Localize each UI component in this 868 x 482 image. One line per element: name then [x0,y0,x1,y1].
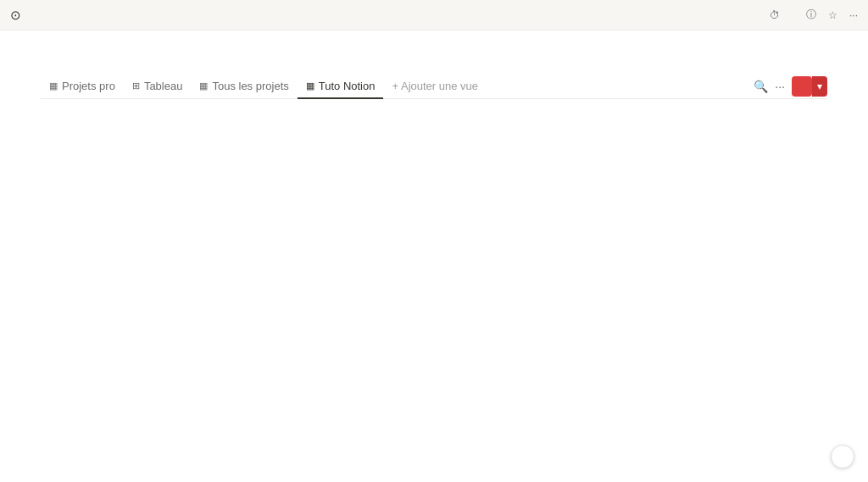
ellipsis-icon[interactable]: ··· [849,9,858,21]
info-icon[interactable]: ⓘ [806,8,816,22]
main-content: ▦ Projets pro ⊞ Tableau ▦ Tous les proje… [0,30,868,482]
tab-projets-pro-icon: ▦ [49,80,58,91]
tab-tuto-notion-label: Tuto Notion [319,80,376,92]
help-button[interactable] [831,445,854,468]
tab-add-label: + Ajouter une vue [392,80,478,92]
topbar: ⊙ ⏱ ⓘ ☆ ··· [0,0,868,30]
nouvelle-page-dropdown[interactable]: ▾ [812,76,827,97]
tab-add-view[interactable]: + Ajouter une vue [383,75,487,99]
tab-tableau-icon: ⊞ [132,80,140,91]
topbar-right: ⏱ ⓘ ☆ ··· [770,8,858,22]
tabs-actions: 🔍 ··· ▾ [740,76,827,97]
tab-tous-projets[interactable]: ▦ Tous les projets [191,75,297,99]
notion-logo-icon: ⊙ [10,8,21,23]
search-button[interactable]: 🔍 [754,80,768,93]
tab-tableau-label: Tableau [144,80,183,92]
gallery-grid [41,113,827,130]
tab-tous-projets-label: Tous les projets [212,80,288,92]
tab-projets-pro[interactable]: ▦ Projets pro [41,75,124,99]
nouvelle-page-group: ▾ [792,76,827,97]
star-icon[interactable]: ☆ [828,9,837,21]
nouvelle-page-button[interactable] [792,76,812,97]
topbar-left: ⊙ [10,8,26,23]
tabs-bar: ▦ Projets pro ⊞ Tableau ▦ Tous les proje… [41,75,827,99]
tab-tuto-notion-icon: ▦ [306,80,314,91]
clock-icon: ⏱ [770,9,780,21]
tab-tous-projets-icon: ▦ [199,80,208,91]
more-options-button[interactable]: ··· [775,80,785,93]
tab-tuto-notion[interactable]: ▦ Tuto Notion [298,75,384,99]
tab-tableau[interactable]: ⊞ Tableau [124,75,192,99]
start-timer-button[interactable]: ⏱ [770,9,782,21]
tab-projets-pro-label: Projets pro [62,80,115,92]
